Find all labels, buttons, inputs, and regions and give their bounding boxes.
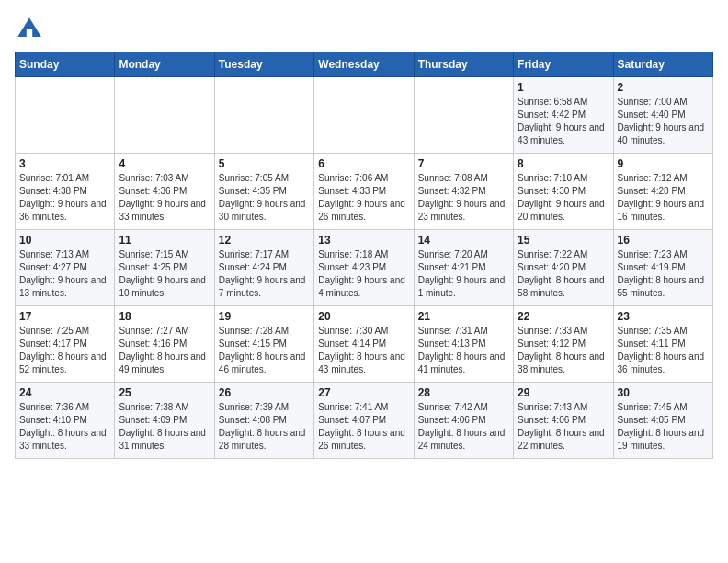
calendar-week-0: 1Sunrise: 6:58 AM Sunset: 4:42 PM Daylig… [16,77,713,154]
calendar-week-4: 24Sunrise: 7:36 AM Sunset: 4:10 PM Dayli… [16,383,713,459]
calendar-cell: 10Sunrise: 7:13 AM Sunset: 4:27 PM Dayli… [16,230,115,306]
day-info: Sunrise: 7:01 AM Sunset: 4:38 PM Dayligh… [19,172,110,224]
day-header-wednesday: Wednesday [314,52,414,77]
calendar-cell: 26Sunrise: 7:39 AM Sunset: 4:08 PM Dayli… [214,383,313,459]
day-info: Sunrise: 7:00 AM Sunset: 4:40 PM Dayligh… [618,96,709,147]
day-number: 10 [19,234,110,247]
day-number: 1 [518,81,609,94]
day-number: 23 [618,310,709,323]
day-info: Sunrise: 7:41 AM Sunset: 4:07 PM Dayligh… [318,401,409,453]
day-number: 28 [418,386,509,399]
logo-icon [15,15,44,44]
day-info: Sunrise: 7:23 AM Sunset: 4:19 PM Dayligh… [618,248,709,300]
day-number: 18 [119,310,210,323]
calendar-cell: 24Sunrise: 7:36 AM Sunset: 4:10 PM Dayli… [16,383,115,459]
day-info: Sunrise: 7:06 AM Sunset: 4:33 PM Dayligh… [318,172,409,224]
day-info: Sunrise: 6:58 AM Sunset: 4:42 PM Dayligh… [518,96,609,147]
logo [15,15,48,44]
calendar-cell: 23Sunrise: 7:35 AM Sunset: 4:11 PM Dayli… [613,306,712,383]
calendar-cell: 13Sunrise: 7:18 AM Sunset: 4:23 PM Dayli… [314,230,414,306]
calendar-cell: 19Sunrise: 7:28 AM Sunset: 4:15 PM Dayli… [214,306,313,383]
calendar-cell [115,77,214,154]
day-number: 2 [618,81,709,94]
day-number: 14 [418,234,509,247]
calendar-cell: 15Sunrise: 7:22 AM Sunset: 4:20 PM Dayli… [514,230,613,306]
day-info: Sunrise: 7:33 AM Sunset: 4:12 PM Dayligh… [518,325,609,376]
day-info: Sunrise: 7:42 AM Sunset: 4:06 PM Dayligh… [418,401,509,453]
day-header-tuesday: Tuesday [214,52,313,77]
day-header-monday: Monday [115,52,214,77]
calendar-week-2: 10Sunrise: 7:13 AM Sunset: 4:27 PM Dayli… [16,230,713,306]
calendar-cell: 6Sunrise: 7:06 AM Sunset: 4:33 PM Daylig… [314,154,414,230]
calendar-cell: 2Sunrise: 7:00 AM Sunset: 4:40 PM Daylig… [613,77,712,154]
calendar-cell: 21Sunrise: 7:31 AM Sunset: 4:13 PM Dayli… [414,306,513,383]
day-info: Sunrise: 7:43 AM Sunset: 4:06 PM Dayligh… [518,401,609,453]
calendar-cell: 16Sunrise: 7:23 AM Sunset: 4:19 PM Dayli… [613,230,712,306]
day-info: Sunrise: 7:31 AM Sunset: 4:13 PM Dayligh… [418,325,509,376]
day-info: Sunrise: 7:27 AM Sunset: 4:16 PM Dayligh… [119,325,210,376]
calendar-cell: 25Sunrise: 7:38 AM Sunset: 4:09 PM Dayli… [115,383,214,459]
day-info: Sunrise: 7:35 AM Sunset: 4:11 PM Dayligh… [618,325,709,376]
calendar-cell: 20Sunrise: 7:30 AM Sunset: 4:14 PM Dayli… [314,306,414,383]
day-number: 27 [318,386,409,399]
day-number: 22 [518,310,609,323]
calendar-cell: 30Sunrise: 7:45 AM Sunset: 4:05 PM Dayli… [613,383,712,459]
calendar-cell: 17Sunrise: 7:25 AM Sunset: 4:17 PM Dayli… [16,306,115,383]
day-number: 16 [618,234,709,247]
calendar-cell: 29Sunrise: 7:43 AM Sunset: 4:06 PM Dayli… [514,383,613,459]
day-number: 4 [119,157,210,170]
day-info: Sunrise: 7:30 AM Sunset: 4:14 PM Dayligh… [318,325,409,376]
calendar-cell: 4Sunrise: 7:03 AM Sunset: 4:36 PM Daylig… [115,154,214,230]
day-info: Sunrise: 7:18 AM Sunset: 4:23 PM Dayligh… [318,248,409,300]
day-info: Sunrise: 7:28 AM Sunset: 4:15 PM Dayligh… [219,325,310,376]
day-header-saturday: Saturday [613,52,712,77]
day-number: 5 [219,157,310,170]
calendar-cell: 28Sunrise: 7:42 AM Sunset: 4:06 PM Dayli… [414,383,513,459]
day-info: Sunrise: 7:20 AM Sunset: 4:21 PM Dayligh… [418,248,509,300]
calendar-cell: 1Sunrise: 6:58 AM Sunset: 4:42 PM Daylig… [514,77,613,154]
day-header-thursday: Thursday [414,52,513,77]
calendar-cell [214,77,313,154]
day-number: 8 [518,157,609,170]
day-header-friday: Friday [514,52,613,77]
day-info: Sunrise: 7:39 AM Sunset: 4:08 PM Dayligh… [219,401,310,453]
calendar-cell: 3Sunrise: 7:01 AM Sunset: 4:38 PM Daylig… [16,154,115,230]
calendar-cell [314,77,414,154]
day-info: Sunrise: 7:13 AM Sunset: 4:27 PM Dayligh… [19,248,110,300]
day-number: 13 [318,234,409,247]
calendar-week-1: 3Sunrise: 7:01 AM Sunset: 4:38 PM Daylig… [16,154,713,230]
calendar-cell: 14Sunrise: 7:20 AM Sunset: 4:21 PM Dayli… [414,230,513,306]
day-number: 6 [318,157,409,170]
day-number: 15 [518,234,609,247]
calendar-cell: 12Sunrise: 7:17 AM Sunset: 4:24 PM Dayli… [214,230,313,306]
day-number: 12 [219,234,310,247]
day-number: 17 [19,310,110,323]
day-info: Sunrise: 7:38 AM Sunset: 4:09 PM Dayligh… [119,401,210,453]
calendar-cell: 18Sunrise: 7:27 AM Sunset: 4:16 PM Dayli… [115,306,214,383]
day-info: Sunrise: 7:05 AM Sunset: 4:35 PM Dayligh… [219,172,310,224]
day-header-sunday: Sunday [16,52,115,77]
day-number: 24 [19,386,110,399]
day-info: Sunrise: 7:08 AM Sunset: 4:32 PM Dayligh… [418,172,509,224]
calendar-week-3: 17Sunrise: 7:25 AM Sunset: 4:17 PM Dayli… [16,306,713,383]
calendar-table: SundayMondayTuesdayWednesdayThursdayFrid… [15,52,713,459]
calendar-cell: 9Sunrise: 7:12 AM Sunset: 4:28 PM Daylig… [613,154,712,230]
day-number: 29 [518,386,609,399]
day-number: 25 [119,386,210,399]
calendar-cell: 11Sunrise: 7:15 AM Sunset: 4:25 PM Dayli… [115,230,214,306]
day-info: Sunrise: 7:15 AM Sunset: 4:25 PM Dayligh… [119,248,210,300]
calendar-cell [414,77,513,154]
calendar-cell [16,77,115,154]
day-number: 19 [219,310,310,323]
day-number: 20 [318,310,409,323]
day-info: Sunrise: 7:45 AM Sunset: 4:05 PM Dayligh… [618,401,709,453]
calendar-cell: 5Sunrise: 7:05 AM Sunset: 4:35 PM Daylig… [214,154,313,230]
calendar-cell: 7Sunrise: 7:08 AM Sunset: 4:32 PM Daylig… [414,154,513,230]
day-number: 7 [418,157,509,170]
day-info: Sunrise: 7:17 AM Sunset: 4:24 PM Dayligh… [219,248,310,300]
calendar-cell: 27Sunrise: 7:41 AM Sunset: 4:07 PM Dayli… [314,383,414,459]
day-number: 11 [119,234,210,247]
day-info: Sunrise: 7:36 AM Sunset: 4:10 PM Dayligh… [19,401,110,453]
svg-rect-1 [27,29,32,37]
day-info: Sunrise: 7:25 AM Sunset: 4:17 PM Dayligh… [19,325,110,376]
